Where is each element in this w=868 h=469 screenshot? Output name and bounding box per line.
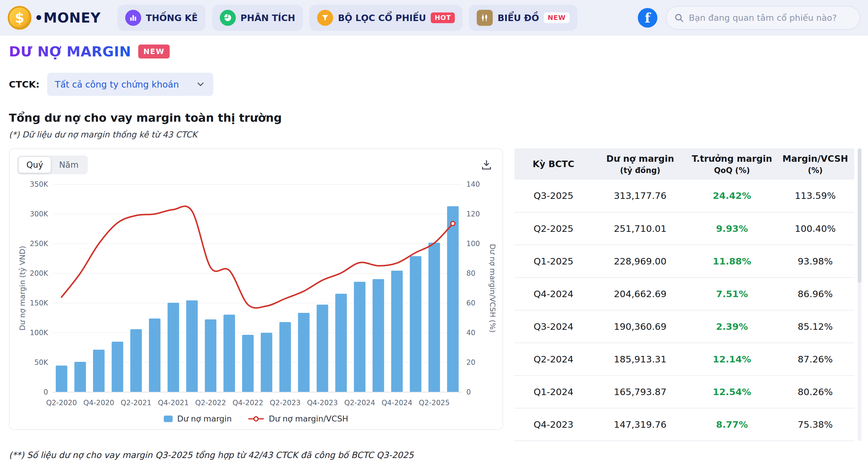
cell-period: Q2-2024: [515, 343, 593, 376]
svg-text:Q4-2022: Q4-2022: [232, 399, 264, 407]
cell-period: Q1-2025: [515, 245, 593, 277]
nav-badge: NEW: [544, 12, 569, 23]
cell-margin-vcsh: 80.26%: [776, 376, 855, 408]
content-row: Quý Năm 050K100K150K200K250K300K350K0204…: [9, 148, 862, 441]
cell-period: Q4-2024: [515, 277, 593, 310]
table-header: Kỳ BCTC Dư nợ margin(tỷ đồng) T.trưởng m…: [515, 148, 855, 180]
legend-label: Dư nợ margin: [177, 414, 232, 423]
period-toggle: Quý Năm: [17, 155, 88, 174]
nav-item-1[interactable]: THỐNG KÊ: [118, 5, 206, 31]
cell-margin: 185,913.31: [593, 343, 688, 376]
search-input[interactable]: [689, 13, 852, 23]
svg-text:250K: 250K: [30, 239, 49, 248]
cell-margin: 228,969.00: [593, 245, 688, 277]
search-box[interactable]: [666, 6, 860, 30]
table-row: Q4-2024204,662.697.51%86.96%: [515, 277, 855, 310]
table-row: Q1-2025228,969.0011.88%93.98%: [515, 245, 855, 277]
cell-margin: 313,177.76: [593, 180, 688, 212]
analysis-pie-icon: [220, 10, 236, 26]
cell-period: Q3-2025: [515, 180, 593, 212]
svg-text:140: 140: [466, 180, 480, 188]
margin-table: Kỳ BCTC Dư nợ margin(tỷ đồng) T.trưởng m…: [515, 148, 855, 441]
table-row: Q3-2024190,360.692.39%85.12%: [515, 310, 855, 343]
svg-text:Q2-2025: Q2-2025: [419, 399, 450, 407]
facebook-icon[interactable]: f: [638, 8, 657, 28]
chevron-down-icon: [195, 79, 206, 89]
footer-note: (**) Số liệu dư nợ cho vay margin Q3-202…: [9, 450, 862, 460]
cell-margin-vcsh: 86.96%: [776, 277, 855, 310]
svg-text:80: 80: [466, 269, 475, 277]
stats-bar-chart-icon: [125, 10, 141, 26]
coin-dollar-glyph: $: [15, 10, 24, 26]
svg-text:300K: 300K: [30, 210, 49, 218]
margin-table-body: Q3-2025313,177.7624.42%113.59%Q2-2025251…: [515, 180, 855, 441]
chart-legend: Dư nợ margin Dư nợ margin/VCSH: [17, 414, 495, 425]
ctck-dropdown[interactable]: Tất cả công ty chứng khoán: [47, 73, 213, 96]
table-row: Q1-2024165,793.8712.54%80.26%: [515, 376, 855, 408]
cell-growth: 7.51%: [688, 277, 776, 310]
cell-growth: 8.77%: [688, 408, 776, 441]
nav-item-label: BỘ LỌC CỔ PHIẾU: [338, 13, 426, 23]
cell-margin-vcsh: 85.12%: [776, 310, 855, 343]
table-scrollbar[interactable]: [858, 148, 862, 441]
table-row: Q3-2025313,177.7624.42%113.59%: [515, 180, 855, 212]
toggle-year[interactable]: Năm: [51, 157, 86, 173]
nav-item-2[interactable]: PHÂN TÍCH: [212, 5, 303, 31]
main-content: DƯ NỢ MARGIN NEW CTCK: Tất cả công ty ch…: [0, 36, 868, 460]
cell-growth: 9.93%: [688, 212, 776, 245]
cell-margin: 204,662.69: [593, 277, 688, 310]
svg-text:Q4-2023: Q4-2023: [307, 399, 338, 407]
svg-text:350K: 350K: [30, 180, 49, 188]
svg-text:Dư nợ margin (tỷ VND): Dư nợ margin (tỷ VND): [18, 246, 27, 330]
margin-chart[interactable]: 050K100K150K200K250K300K350K020406080100…: [17, 176, 495, 413]
brand-name: MONEY: [43, 10, 100, 26]
legend-item-margin-vcsh[interactable]: Dư nợ margin/VCSH: [248, 414, 348, 423]
cell-margin: 147,319.76: [593, 408, 688, 441]
svg-text:Q2-2020: Q2-2020: [46, 399, 77, 407]
cell-margin-vcsh: 75.38%: [776, 408, 855, 441]
cell-margin-vcsh: 93.98%: [776, 245, 855, 277]
line-swatch-icon: [248, 416, 264, 422]
col-margin: Dư nợ margin(tỷ đồng): [593, 148, 688, 180]
cell-growth: 12.54%: [688, 376, 776, 408]
svg-text:Dư nợ margin/VCSH (%): Dư nợ margin/VCSH (%): [488, 244, 495, 332]
topbar-right: f: [638, 6, 860, 30]
money-coin-icon: $: [8, 6, 31, 30]
svg-text:Q2-2023: Q2-2023: [270, 399, 301, 407]
cell-growth: 11.88%: [688, 245, 776, 277]
legend-label: Dư nợ margin/VCSH: [269, 414, 348, 423]
table-row: Q2-2024185,913.3112.14%87.26%: [515, 343, 855, 376]
cell-margin: 251,710.01: [593, 212, 688, 245]
scrollbar-thumb[interactable]: [858, 148, 862, 283]
cell-period: Q4-2023: [515, 408, 593, 441]
search-icon: [674, 13, 684, 23]
cell-period: Q3-2024: [515, 310, 593, 343]
col-growth: T.trưởng marginQoQ (%): [688, 148, 776, 180]
nav-item-3[interactable]: BỘ LỌC CỔ PHIẾUHOT: [309, 5, 463, 31]
download-icon[interactable]: [480, 159, 492, 171]
section-title: Tổng dư nợ cho vay margin toàn thị trườn…: [9, 111, 862, 124]
svg-text:0: 0: [466, 388, 471, 396]
ctck-dropdown-value: Tất cả công ty chứng khoán: [55, 79, 179, 90]
cell-period: Q2-2025: [515, 212, 593, 245]
chart-card-toolbar: Quý Năm: [17, 155, 495, 174]
candlestick-chart-icon: [477, 10, 493, 26]
svg-text:100K: 100K: [30, 329, 49, 337]
site-logo[interactable]: $ •MONEY: [8, 6, 101, 30]
legend-item-margin[interactable]: Dư nợ margin: [164, 414, 232, 423]
nav-item-label: THỐNG KÊ: [146, 13, 198, 23]
cell-growth: 24.42%: [688, 180, 776, 212]
section-note: (*) Dữ liệu dư nợ margin thống kê từ 43 …: [9, 130, 862, 140]
svg-text:50K: 50K: [34, 358, 49, 367]
nav-item-4[interactable]: BIỂU ĐỒNEW: [469, 5, 577, 31]
svg-text:0: 0: [43, 388, 48, 396]
svg-text:200K: 200K: [30, 269, 49, 277]
cell-period: Q1-2024: [515, 376, 593, 408]
page-title: DƯ NỢ MARGIN: [9, 43, 131, 60]
cell-margin: 165,793.87: [593, 376, 688, 408]
svg-text:120: 120: [466, 210, 480, 218]
title-new-badge: NEW: [138, 45, 170, 58]
svg-text:Q2-2021: Q2-2021: [121, 399, 152, 407]
ctck-filter-label: CTCK:: [9, 79, 39, 90]
toggle-quarter[interactable]: Quý: [19, 157, 51, 173]
